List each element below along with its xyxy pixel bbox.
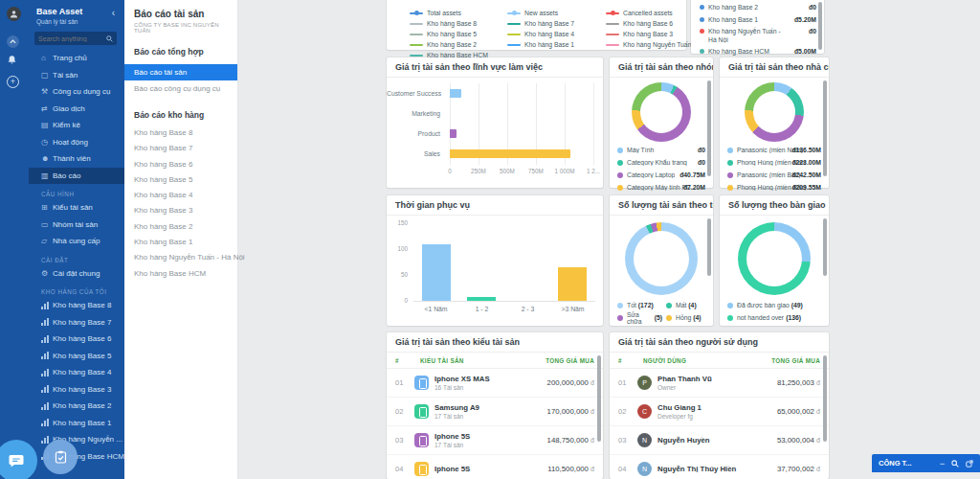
legend-entry[interactable]: Total assets (410, 8, 505, 18)
legend-entry[interactable]: Kho hàng Base 7 (507, 18, 603, 29)
legend-entry[interactable]: Kho hàng Nguyễn Tuấn - Hà Nội đ0 (691, 26, 816, 46)
search-input[interactable] (34, 35, 106, 42)
legend-entry[interactable]: not handed over (136) (725, 311, 829, 324)
report-item-warehouse[interactable]: Kho hàng Base 7 (124, 141, 237, 156)
report-item-warehouse[interactable]: Kho hàng Base 1 (124, 235, 237, 250)
legend-entry[interactable]: Kho hàng Base 1 (507, 39, 603, 50)
table-row[interactable]: 01 P Phan Thanh Vũ Owner 81,250,003 đ (610, 369, 829, 398)
report-item-warehouse[interactable]: Kho hàng Base 6 (124, 157, 237, 172)
legend-entry[interactable]: Kho hàng Base 2 đ0 (691, 2, 816, 14)
legend-entry[interactable]: Hỏng (4) (664, 311, 713, 324)
legend-entry[interactable]: Cancelled assets (606, 8, 692, 18)
scrollbar-thumb[interactable] (823, 355, 827, 442)
scrollbar-thumb[interactable] (597, 355, 601, 442)
table-row[interactable]: 01 Iphone XS MAS 16 Tài sản 200,000,000 … (387, 369, 603, 398)
table-row[interactable]: 02 Samsung A9 17 Tài sản 170,000,000 đ (387, 398, 603, 426)
sidebar-item-warehouse[interactable]: Kho hàng Base 5 (29, 348, 124, 365)
notifications-bell-icon[interactable] (7, 55, 17, 65)
legend-entry[interactable]: Panasonic (miền Nam) đ136.50M (720, 144, 829, 156)
bar[interactable] (450, 129, 457, 138)
table-row[interactable]: 04 N Nguyễn Thị Thúy Hiền 37,700,002 đ (610, 455, 829, 479)
legend-entry[interactable]: Kho hàng Base 8 (410, 18, 505, 29)
popout-icon[interactable] (966, 460, 973, 468)
sidebar-item-warehouse[interactable]: Kho hàng Base 4 (29, 364, 124, 381)
report-item-active[interactable]: Báo cáo tài sản (124, 64, 237, 80)
add-new-icon[interactable]: + (7, 76, 19, 88)
bar[interactable] (422, 244, 451, 301)
donut-chart[interactable] (738, 222, 811, 295)
report-item-warehouse[interactable]: Kho hàng Nguyễn Tuấn - Hà Nội (124, 250, 237, 265)
legend-entry[interactable]: New assets (507, 8, 603, 18)
bar[interactable] (450, 149, 570, 158)
report-item-warehouse[interactable]: Kho hàng Base 2 (124, 219, 237, 235)
legend-entry[interactable]: Kho hàng Base 6 (606, 18, 692, 29)
sidebar-item-warehouse[interactable]: Kho hàng Base 1 (29, 415, 124, 432)
legend-entry[interactable]: Mất (4) (664, 299, 713, 311)
chat-window-bar[interactable]: CÔNG T... − (872, 454, 980, 472)
collapse-sidebar-icon[interactable]: ‹ (112, 8, 115, 18)
legend-entry[interactable]: Kho hàng Base 5 (410, 29, 505, 39)
legend-entry[interactable]: Category Máy tính PC đ7.20M (610, 181, 713, 194)
tasks-fab-button[interactable] (43, 440, 78, 474)
legend-entry[interactable]: Đã được bàn giao (49) (725, 299, 829, 311)
search-box[interactable] (34, 32, 117, 45)
sidebar-item-config[interactable]: ⊞ Kiểu tài sản (29, 199, 124, 217)
bar[interactable] (558, 267, 587, 301)
legend-entry[interactable]: Kho hàng Base 2 (410, 39, 505, 50)
donut-chart[interactable] (632, 82, 691, 142)
legend-entry[interactable]: Phong Hùng (miền Bắc) đ209.55M (720, 181, 829, 194)
bar[interactable] (467, 297, 496, 301)
sidebar-item[interactable]: ▢ Tài sản (29, 67, 124, 84)
sidebar-item[interactable]: ◷ Hoạt động (29, 134, 124, 151)
chat-fab-button[interactable] (0, 440, 37, 479)
sidebar-item-warehouse[interactable]: Kho hàng Base 7 (29, 314, 124, 331)
legend-entry[interactable]: Kho hàng Base 1 đ5.20M (691, 14, 816, 27)
scrollbar-thumb[interactable] (823, 218, 827, 276)
report-item-warehouse[interactable]: Kho hàng Base 8 (124, 125, 237, 141)
legend-entry[interactable]: Máy Tính đ0 (610, 144, 713, 156)
donut-chart[interactable] (745, 82, 804, 142)
legend-entry[interactable]: Kho hàng Base 4 (507, 29, 603, 39)
search-icon[interactable] (951, 460, 959, 468)
scrollbar-thumb[interactable] (707, 218, 711, 276)
sidebar-item[interactable]: ▥ Báo cáo (29, 168, 124, 185)
table-row[interactable]: 03 Iphone 5S 17 Tài sản 148,750,000 đ (387, 426, 603, 455)
legend-entry[interactable]: Category Laptop đ40.75M (610, 169, 713, 181)
sidebar-item[interactable]: ⚒ Công cụ dụng cụ (29, 83, 124, 101)
user-avatar[interactable] (7, 7, 21, 21)
sidebar-item[interactable]: ⇄ Giao dịch (29, 101, 124, 118)
bar[interactable] (450, 89, 461, 98)
sidebar-item-warehouse[interactable]: Kho hàng Base 2 (29, 398, 124, 415)
scrollbar-thumb[interactable] (707, 80, 711, 176)
minimize-icon[interactable]: − (940, 459, 945, 468)
legend-entry[interactable]: Phong Hùng (miền Nam) đ223.00M (720, 156, 829, 169)
sidebar-item-warehouse[interactable]: Kho hàng Nguyễn ... (29, 431, 124, 448)
sidebar-item-warehouse[interactable]: Kho hàng Base 8 (29, 297, 124, 314)
legend-entry[interactable]: Kho hàng Base HCM đ5.00M (691, 46, 816, 58)
legend-entry[interactable]: Sửa chữa (5) (615, 311, 664, 324)
legend-entry[interactable]: Category Khẩu trang đ0 (610, 156, 713, 169)
sidebar-item-config[interactable]: ▭ Nhóm tài sản (29, 217, 124, 234)
report-item-warehouse[interactable]: Kho hàng Base HCM (124, 266, 237, 282)
report-item[interactable]: Báo cáo công cụ dụng cụ (124, 80, 237, 97)
collapse-up-icon[interactable] (7, 35, 19, 48)
sidebar-item-settings[interactable]: ⚙ Cài đặt chung (29, 265, 124, 283)
legend-entry[interactable]: Tốt (172) (615, 299, 664, 311)
scrollbar-thumb[interactable] (818, 2, 822, 50)
sidebar-item[interactable]: ☻ Thành viên (29, 150, 124, 168)
legend-entry[interactable]: Kho hàng Nguyễn Tuấn - Hà Nội (606, 39, 692, 50)
scrollbar-thumb[interactable] (823, 80, 827, 176)
sidebar-item[interactable]: ⌂ Trang chủ (29, 50, 124, 67)
sidebar-item-warehouse[interactable]: Kho hàng Base 6 (29, 331, 124, 348)
table-row[interactable]: 03 N Nguyễn Huyền 53,000,004 đ (610, 426, 829, 455)
report-item-warehouse[interactable]: Kho hàng Base 4 (124, 188, 237, 203)
sidebar-item-config[interactable]: ▱ Nhà cung cấp (29, 233, 124, 250)
sidebar-item[interactable]: ▤ Kiểm kê (29, 117, 124, 134)
donut-chart[interactable] (625, 222, 698, 295)
sidebar-item-warehouse[interactable]: Kho hàng Base 3 (29, 381, 124, 399)
legend-entry[interactable]: Panasonic (miền Bắc) đ242.50M (720, 169, 829, 181)
report-item-warehouse[interactable]: Kho hàng Base 3 (124, 203, 237, 218)
table-row[interactable]: 04 Iphone 5S 110,500,000 đ (387, 455, 603, 479)
report-item-warehouse[interactable]: Kho hàng Base 5 (124, 172, 237, 188)
table-row[interactable]: 02 C Chu Giang 1 Developer fg 65,000,002… (610, 398, 829, 426)
